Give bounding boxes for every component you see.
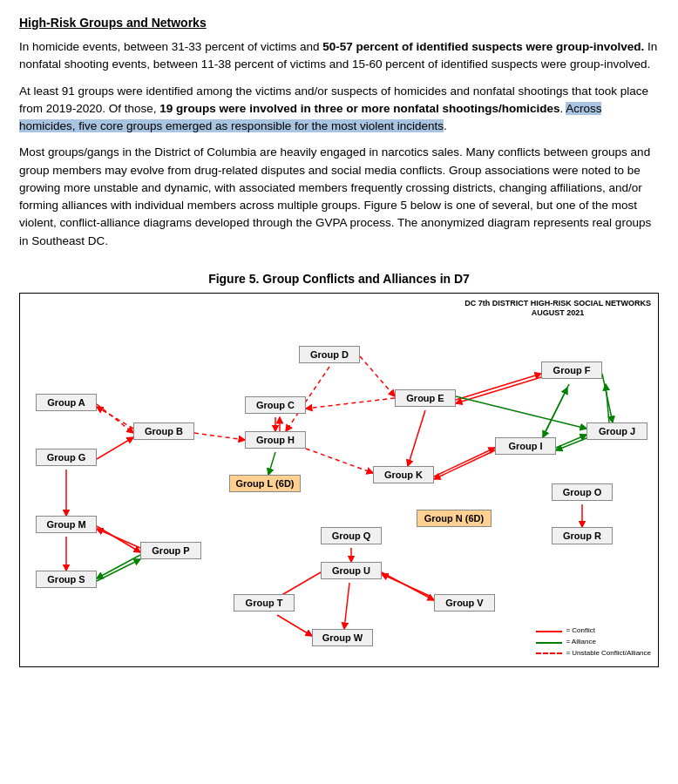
badge-line2: AUGUST 2021: [532, 308, 585, 317]
dc-badge: DC 7th DISTRICT HIGH-RISK SOCIAL NETWORK…: [464, 299, 651, 319]
badge-line1: DC 7th DISTRICT HIGH-RISK SOCIAL NETWORK…: [464, 299, 651, 308]
svg-line-34: [543, 384, 569, 437]
group-box-g: Group G: [36, 449, 97, 466]
svg-line-17: [606, 384, 609, 422]
svg-line-21: [434, 448, 495, 476]
p1-bold: 50-57 percent of identified suspects wer…: [322, 40, 644, 53]
figure-title: Figure 5. Group Conflicts and Alliances …: [19, 272, 659, 286]
p2-end: .: [444, 119, 447, 132]
svg-line-29: [382, 572, 434, 600]
group-box-b: Group B: [133, 422, 194, 440]
group-box-j: Group J: [586, 422, 647, 440]
svg-line-13: [456, 374, 541, 400]
svg-line-31: [344, 583, 349, 629]
group-box-l: Group L (6D): [229, 475, 301, 492]
group-box-q: Group Q: [321, 527, 382, 544]
legend-unstable: = Unstable Conflict/Alliance: [536, 648, 651, 659]
group-box-h: Group H: [245, 431, 306, 449]
group-box-m: Group M: [36, 516, 97, 533]
svg-line-19: [556, 438, 586, 450]
section-title: High-Risk Groups and Networks: [19, 16, 659, 30]
group-box-t: Group T: [234, 594, 295, 612]
svg-line-7: [97, 559, 140, 581]
group-box-s: Group S: [36, 571, 97, 588]
svg-line-1: [97, 407, 133, 429]
svg-line-20: [408, 410, 425, 466]
svg-line-11: [268, 452, 275, 475]
svg-line-2: [97, 437, 133, 459]
paragraph-2: At least 91 groups were identified among…: [19, 83, 659, 136]
group-box-i: Group I: [495, 437, 556, 455]
diagram-container: DC 7th DISTRICT HIGH-RISK SOCIAL NETWORK…: [19, 293, 659, 667]
group-box-o: Group O: [552, 483, 613, 501]
group-box-d: Group D: [299, 346, 360, 363]
svg-line-30: [382, 574, 431, 597]
svg-line-0: [97, 404, 133, 433]
group-box-u: Group U: [321, 562, 382, 579]
svg-line-5: [97, 529, 140, 548]
svg-line-18: [556, 435, 586, 448]
group-box-r: Group R: [552, 527, 613, 544]
svg-line-33: [306, 398, 395, 409]
group-box-v: Group V: [434, 594, 495, 612]
svg-line-16: [602, 374, 613, 422]
svg-line-25: [194, 433, 245, 440]
paragraph-3: Most groups/gangs in the District of Col…: [19, 144, 659, 250]
p2-bold: 19 groups were involved in three or more…: [159, 102, 559, 115]
svg-line-15: [456, 396, 586, 429]
group-box-n: Group N (6D): [417, 510, 492, 527]
svg-line-32: [277, 615, 312, 636]
group-box-k: Group K: [373, 466, 434, 483]
svg-line-14: [456, 377, 541, 403]
legend-alliance: = Alliance: [536, 637, 651, 648]
svg-line-26: [306, 449, 373, 473]
svg-line-35: [541, 388, 567, 440]
legend: = Conflict = Alliance = Unstable Conflic…: [536, 625, 651, 659]
group-box-a: Group A: [36, 394, 97, 411]
group-box-c: Group C: [245, 396, 306, 414]
legend-conflict: = Conflict: [536, 625, 651, 637]
group-box-f: Group F: [541, 362, 602, 379]
svg-line-12: [360, 356, 395, 396]
group-box-p: Group P: [140, 542, 201, 559]
p1-text-before: In homicide events, between 31-33 percen…: [19, 40, 322, 53]
group-box-w: Group W: [312, 629, 373, 646]
paragraph-1: In homicide events, between 31-33 percen…: [19, 38, 659, 74]
group-box-e: Group E: [395, 389, 456, 407]
svg-line-8: [97, 555, 140, 578]
svg-line-4: [97, 526, 140, 552]
svg-line-22: [434, 450, 495, 479]
